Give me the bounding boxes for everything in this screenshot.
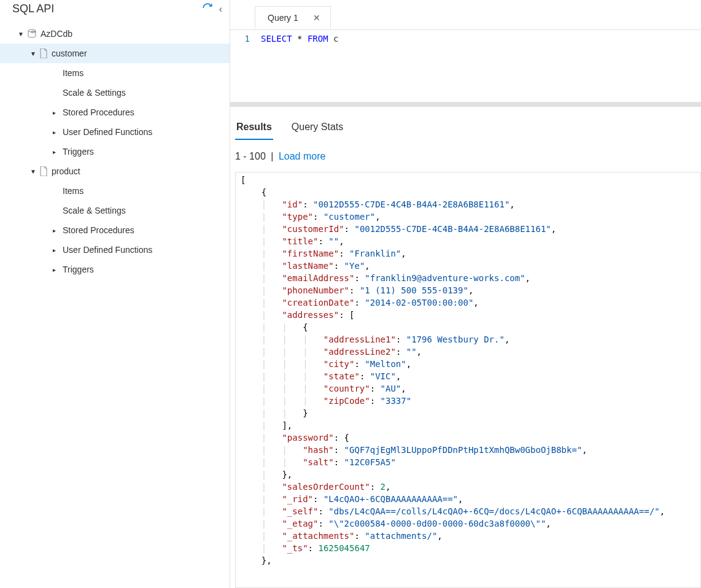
tree-item-udf[interactable]: ▸User Defined Functions — [0, 122, 230, 142]
query-tab[interactable]: Query 1 ✕ — [255, 6, 331, 29]
database-node[interactable]: ▼ AzDCdb — [0, 24, 230, 44]
splitter-bar[interactable] — [230, 102, 701, 107]
collection-label: product — [52, 166, 80, 176]
json-results-viewer[interactable]: [ { | "id": "0012D555-C7DE-4C4B-B4A4-2E8… — [235, 172, 701, 588]
tab-label: Query 1 — [268, 13, 298, 23]
sidebar-title: SQL API — [12, 2, 54, 15]
collection-icon — [39, 48, 48, 58]
database-label: AzDCdb — [41, 29, 72, 39]
sidebar-header: SQL API ‹ — [0, 0, 230, 20]
resource-tree: ▼ AzDCdb ▼ customer ▸Items ▸Scale & Sett… — [0, 20, 230, 279]
tab-results[interactable]: Results — [235, 118, 273, 140]
collection-node-customer[interactable]: ▼ customer — [0, 44, 230, 63]
caret-down-icon: ▼ — [17, 31, 25, 37]
tree-item-triggers[interactable]: ▸Triggers — [0, 142, 230, 161]
editor-content: SELECT * FROM c — [261, 33, 338, 45]
caret-down-icon: ▼ — [29, 50, 37, 57]
collection-icon — [39, 166, 48, 176]
collection-node-product[interactable]: ▼ product — [0, 161, 230, 181]
tree-item-scale[interactable]: ▸Scale & Settings — [0, 83, 230, 103]
tree-item-items[interactable]: ▸Items — [0, 181, 230, 201]
tree-item-sprocs[interactable]: ▸Stored Procedures — [0, 103, 230, 122]
caret-right-icon: ▸ — [50, 129, 58, 136]
tree-item-triggers[interactable]: ▸Triggers — [0, 260, 230, 279]
main-panel: Query 1 ✕ 1 SELECT * FROM c Results Quer… — [230, 0, 701, 588]
caret-right-icon: ▸ — [50, 266, 58, 273]
line-number: 1 — [230, 33, 261, 45]
caret-right-icon: ▸ — [50, 247, 58, 253]
tree-item-items[interactable]: ▸Items — [0, 63, 230, 83]
caret-right-icon: ▸ — [50, 149, 58, 155]
pager: 1 - 100 | Load more — [230, 140, 701, 168]
refresh-icon[interactable] — [202, 2, 213, 15]
load-more-link[interactable]: Load more — [279, 151, 326, 161]
tree-item-udf[interactable]: ▸User Defined Functions — [0, 240, 230, 260]
caret-right-icon: ▸ — [50, 227, 58, 234]
collapse-panel-icon[interactable]: ‹ — [219, 4, 222, 15]
tab-bar: Query 1 ✕ — [230, 0, 701, 29]
close-icon[interactable]: ✕ — [313, 13, 320, 23]
results-panel: Results Query Stats 1 - 100 | Load more … — [230, 107, 701, 588]
database-icon — [27, 29, 37, 39]
sidebar: SQL API ‹ ▼ AzDCdb ▼ — [0, 0, 230, 588]
page-range: 1 - 100 — [235, 151, 266, 161]
result-tabs: Results Query Stats — [230, 118, 701, 140]
caret-right-icon: ▸ — [50, 109, 58, 116]
svg-point-0 — [28, 29, 36, 32]
tree-item-scale[interactable]: ▸Scale & Settings — [0, 201, 230, 220]
tab-query-stats[interactable]: Query Stats — [290, 118, 344, 140]
tree-item-sprocs[interactable]: ▸Stored Procedures — [0, 220, 230, 240]
caret-down-icon: ▼ — [29, 168, 37, 175]
collection-label: customer — [52, 48, 87, 58]
query-editor[interactable]: 1 SELECT * FROM c — [230, 29, 701, 102]
